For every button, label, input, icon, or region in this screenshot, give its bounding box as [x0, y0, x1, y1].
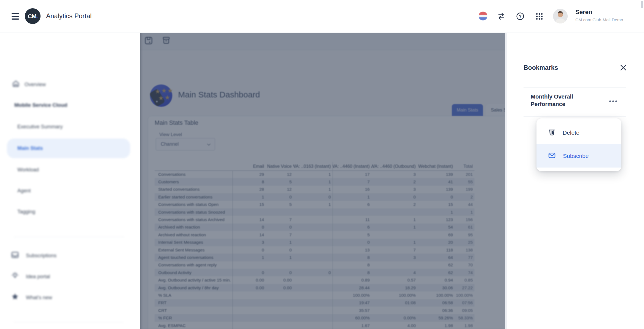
home-icon	[12, 80, 20, 89]
apps-grid-icon[interactable]	[536, 13, 544, 21]
user-org: CM.com Club-Mall Demo	[575, 17, 623, 22]
menu-item-subscribe[interactable]: Subscribe	[536, 144, 621, 168]
lightbulb-icon	[11, 272, 19, 282]
sidebar-item-whats-new[interactable]: What's new	[11, 293, 52, 303]
hamburger-menu-icon[interactable]	[12, 13, 19, 20]
cm-logo: CM.	[25, 8, 41, 24]
sidebar-item-label: What's new	[26, 294, 52, 301]
menu-item-delete[interactable]: Delete	[536, 121, 621, 144]
sidebar-item-label: Subscriptions	[26, 253, 57, 259]
menu-item-label: Delete	[563, 129, 579, 136]
scrollbar-thumb[interactable]	[641, 1, 643, 8]
user-name[interactable]: Seren	[575, 9, 592, 16]
sidebar-item-label: Idea portal	[26, 274, 50, 280]
app-window: Overview Mobile Service Cloud Executive …	[0, 0, 644, 329]
bookmarks-panel: Bookmarks Monthly Overall Performance	[505, 33, 644, 329]
bookmark-item-title[interactable]: Monthly Overall Performance	[531, 93, 600, 108]
close-icon[interactable]	[620, 64, 627, 71]
three-dots-icon[interactable]	[609, 100, 617, 102]
star-icon	[11, 293, 19, 303]
app-header: CM. Analytics Portal ? Seren CM.com Club…	[0, 0, 644, 33]
panel-divider	[524, 87, 626, 87]
inbox-icon	[11, 251, 19, 261]
sidebar-item-label: Overview	[25, 81, 46, 87]
sidebar-item-workload[interactable]: Workload	[17, 167, 39, 173]
language-flag-icon[interactable]	[479, 12, 487, 20]
bookmark-context-menu: Delete Subscribe	[536, 118, 621, 171]
panel-divider	[524, 116, 626, 117]
sidebar-item-main-stats[interactable]: Main Stats	[17, 145, 43, 151]
modal-overlay[interactable]	[140, 33, 505, 329]
sidebar-divider	[14, 322, 124, 322]
sidebar: Overview Mobile Service Cloud Executive …	[0, 33, 140, 329]
sidebar-item-subscriptions[interactable]: Subscriptions	[11, 251, 57, 261]
switch-apps-icon[interactable]	[497, 12, 505, 20]
trash-icon	[548, 128, 556, 137]
sidebar-item-agent[interactable]: Agent	[17, 188, 31, 194]
svg-text:?: ?	[519, 14, 521, 18]
sidebar-item-overview[interactable]: Overview	[12, 80, 46, 89]
mail-icon	[548, 152, 556, 161]
sidebar-item-idea-portal[interactable]: Idea portal	[11, 272, 50, 282]
sidebar-item-tagging[interactable]: Tagging	[17, 209, 35, 215]
menu-item-label: Subscribe	[563, 153, 589, 159]
sidebar-section-mobile-service-cloud[interactable]: Mobile Service Cloud	[14, 102, 67, 108]
help-icon[interactable]: ?	[516, 12, 524, 20]
sidebar-item-executive-summary[interactable]: Executive Summary	[17, 124, 63, 130]
bookmarks-title: Bookmarks	[524, 64, 558, 71]
avatar[interactable]	[553, 9, 568, 23]
app-title: Analytics Portal	[46, 12, 92, 20]
sidebar-divider	[14, 237, 124, 237]
